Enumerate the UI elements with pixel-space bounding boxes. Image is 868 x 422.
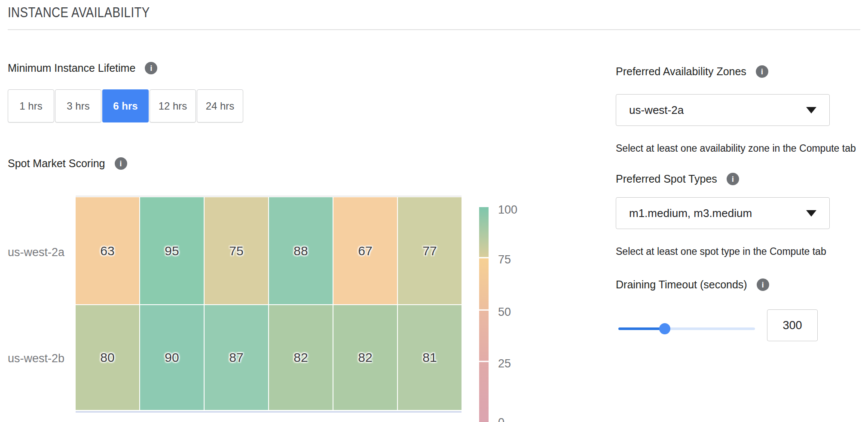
page-title: INSTANCE AVAILABILITY [8, 4, 150, 21]
heatmap-cell-us-west-2a-c4: 88 [269, 197, 333, 304]
preferred-spot-types-row: Preferred Spot Types i [616, 173, 739, 185]
heatmap-colorbar [479, 207, 489, 422]
spot-market-heatmap: 639575886777809087828281 [76, 197, 462, 411]
availability-zones-helper: Select at least one availability zone in… [616, 143, 856, 154]
lifetime-option-24-hrs[interactable]: 24 hrs [197, 89, 243, 122]
availability-zones-value: us-west-2a [629, 104, 806, 117]
spot-market-scoring-label: Spot Market Scoring [8, 157, 105, 170]
info-icon[interactable]: i [115, 157, 127, 170]
info-icon[interactable]: i [756, 65, 768, 78]
colorbar-tick-75: 75 [498, 253, 511, 266]
title-divider [8, 29, 860, 30]
heatmap-cell-us-west-2b-c1: 80 [76, 305, 139, 410]
spot-types-dropdown[interactable]: m1.medium, m3.medium [616, 197, 830, 229]
heatmap-cell-us-west-2b-c3: 87 [205, 305, 268, 410]
heatmap-bottom-border [76, 411, 462, 413]
info-icon[interactable]: i [727, 173, 739, 185]
preferred-availability-zones-row: Preferred Availability Zones i [616, 65, 768, 78]
heatmap-cell-us-west-2a-c3: 75 [205, 197, 268, 304]
slider-thumb[interactable] [659, 323, 670, 334]
draining-timeout-input[interactable] [767, 309, 818, 341]
draining-timeout-value-box [767, 309, 818, 341]
lifetime-option-6-hrs[interactable]: 6 hrs [102, 89, 149, 122]
draining-timeout-row: Draining Timeout (seconds) i [616, 278, 769, 291]
colorbar-tick-25: 25 [498, 357, 511, 370]
info-icon[interactable]: i [145, 62, 157, 74]
colorbar-tick-50: 50 [498, 306, 511, 319]
heatmap-cell-us-west-2b-c6: 81 [398, 305, 462, 410]
preferred-spot-types-label: Preferred Spot Types [616, 173, 717, 185]
spot-types-helper: Select at least one spot type in the Com… [616, 246, 826, 257]
heatmap-cell-us-west-2a-c2: 95 [140, 197, 204, 304]
lifetime-option-3-hrs[interactable]: 3 hrs [55, 89, 101, 122]
heatmap-top-border [76, 196, 462, 197]
spot-market-scoring-row: Spot Market Scoring i [8, 157, 127, 170]
heatmap-row-label-us-west-2a: us-west-2a [0, 246, 64, 259]
availability-zones-dropdown[interactable]: us-west-2a [616, 94, 830, 126]
instance-availability-panel: INSTANCE AVAILABILITY Minimum Instance L… [0, 0, 868, 422]
heatmap-cell-us-west-2b-c4: 82 [269, 305, 333, 410]
colorbar-tick-100: 100 [498, 203, 517, 217]
heatmap-cell-us-west-2a-c5: 67 [333, 197, 397, 304]
heatmap-cell-us-west-2a-c6: 77 [398, 197, 462, 304]
heatmap-cell-us-west-2b-c5: 82 [333, 305, 397, 410]
lifetime-option-12-hrs[interactable]: 12 hrs [150, 89, 196, 122]
heatmap-cell-us-west-2a-c1: 63 [76, 197, 139, 304]
minimum-instance-lifetime-label: Minimum Instance Lifetime [8, 62, 135, 74]
draining-timeout-slider[interactable] [618, 323, 755, 334]
heatmap-cell-us-west-2b-c2: 90 [140, 305, 204, 410]
lifetime-button-group: 1 hrs3 hrs6 hrs12 hrs24 hrs [8, 89, 243, 122]
preferred-availability-zones-label: Preferred Availability Zones [616, 65, 746, 78]
slider-fill [618, 327, 665, 330]
heatmap-row-label-us-west-2b: us-west-2b [0, 352, 64, 365]
lifetime-option-1-hrs[interactable]: 1 hrs [8, 89, 54, 122]
colorbar-tick-0: 0 [498, 416, 504, 422]
info-icon[interactable]: i [757, 278, 769, 291]
minimum-instance-lifetime-row: Minimum Instance Lifetime i [8, 62, 157, 74]
chevron-down-icon [806, 107, 816, 113]
spot-types-value: m1.medium, m3.medium [629, 207, 806, 220]
draining-timeout-label: Draining Timeout (seconds) [616, 278, 747, 291]
chevron-down-icon [806, 210, 816, 217]
